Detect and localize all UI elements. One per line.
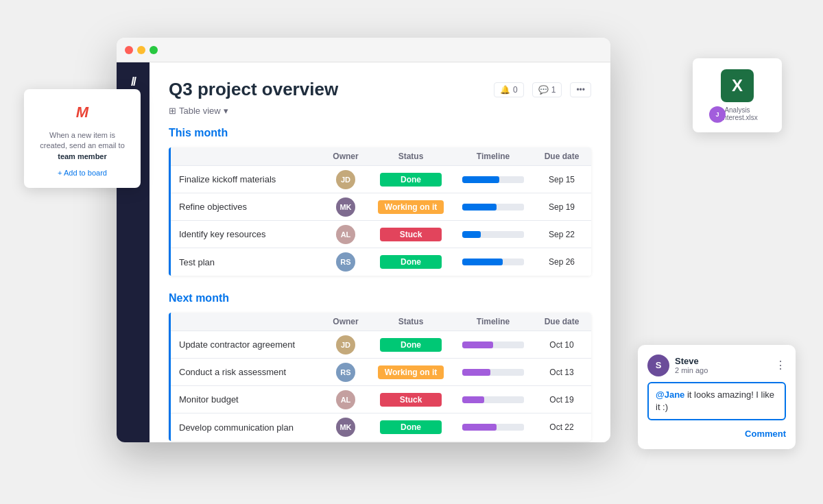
minimize-button[interactable] [137, 46, 145, 54]
comments-button[interactable]: 💬 1 [532, 82, 562, 97]
task-name: Identify key resources [171, 229, 322, 239]
status-cell[interactable]: Stuck [370, 228, 452, 241]
timeline-bar-container [462, 259, 524, 265]
status-badge[interactable]: Stuck [380, 228, 442, 241]
task-name: Conduct a risk assessment [171, 367, 322, 377]
comment-action: Comment [647, 427, 786, 440]
maximize-button[interactable] [150, 46, 158, 54]
browser-titlebar [117, 38, 610, 62]
comment-time: 2 min ago [675, 366, 770, 374]
add-to-board-link[interactable]: + Add to board [35, 169, 130, 177]
priority-cell: ★★★★★ [589, 339, 591, 350]
this-month-title: This month [169, 127, 591, 139]
comment-more-menu[interactable]: ⋮ [775, 359, 786, 372]
timeline-bar [462, 341, 493, 348]
table-row[interactable]: Conduct a risk assessment RS Working on … [171, 359, 591, 386]
status-badge[interactable]: Done [380, 420, 442, 434]
timeline-bar [462, 396, 484, 403]
col-duedate: Due date [534, 152, 589, 161]
status-badge[interactable]: Done [380, 173, 442, 187]
timeline-cell [452, 231, 534, 238]
table-row[interactable]: Finalize kickoff materials JD Done Sep 1… [171, 166, 591, 193]
col-owner: Owner [322, 152, 370, 161]
timeline-cell [452, 396, 534, 403]
col-timeline: Timeline [452, 152, 534, 161]
gmail-icon: M [70, 100, 95, 125]
table-row[interactable]: Identify key resources AL Stuck Sep 22 ★… [171, 221, 591, 248]
priority-cell: ★★★★★ [589, 367, 591, 378]
status-badge[interactable]: Done [380, 255, 442, 269]
reactions-button[interactable]: 🔔 0 [494, 82, 524, 97]
status-badge[interactable]: Done [380, 338, 442, 352]
task-name: Refine objectives [171, 202, 322, 212]
comment-icon: 💬 [538, 85, 549, 95]
owner-cell: MK [322, 418, 370, 437]
task-name: Update contractor agreement [171, 339, 322, 350]
status-cell[interactable]: Done [370, 338, 452, 352]
owner-cell: JD [322, 335, 370, 355]
col-status: Status [370, 152, 452, 161]
task-name: Monitor budget [171, 394, 322, 405]
excel-file-row: J Analysis Pinterest.xlsx [704, 106, 771, 121]
timeline-bar [462, 369, 490, 376]
table-row[interactable]: Monitor budget AL Stuck Oct 19 ★★★★★ [171, 386, 591, 413]
this-month-table: Owner Status Timeline Due date Priority … [169, 147, 591, 276]
due-date-cell: Sep 22 [534, 230, 589, 239]
avatar: JD [336, 335, 355, 355]
monday-logo-text: // [131, 75, 135, 89]
col-duedate-2: Due date [534, 317, 589, 326]
table-row[interactable]: Test plan RS Done Sep 26 ★★★★★ [171, 248, 591, 276]
priority-cell: ★★★★★ [589, 394, 591, 405]
main-content: Q3 project overview 🔔 0 💬 1 ••• ⊞ Table [150, 62, 610, 442]
status-cell[interactable]: Stuck [370, 393, 452, 407]
timeline-cell [452, 204, 534, 211]
status-badge[interactable]: Working on it [378, 365, 444, 379]
status-cell[interactable]: Done [370, 173, 452, 187]
status-cell[interactable]: Working on it [370, 365, 452, 379]
next-month-rows: Update contractor agreement JD Done Oct … [171, 331, 591, 441]
owner-cell: RS [322, 252, 370, 272]
close-button[interactable] [125, 46, 133, 54]
more-options-button[interactable]: ••• [570, 82, 591, 97]
status-cell[interactable]: Working on it [370, 200, 452, 214]
status-cell[interactable]: Done [370, 420, 452, 434]
comment-widget: S Steve 2 min ago ⋮ @Jane it looks amazi… [638, 345, 796, 449]
owner-cell: RS [322, 363, 370, 382]
due-date-cell: Sep 15 [534, 175, 589, 184]
page-header: Q3 project overview 🔔 0 💬 1 ••• [169, 79, 591, 100]
col-priority-2: Priority [589, 317, 591, 326]
timeline-cell [452, 369, 534, 376]
col-task-2 [171, 317, 322, 326]
col-priority: Priority [589, 152, 591, 161]
this-month-section: This month Owner Status Timeline Due dat… [169, 127, 591, 276]
priority-cell: ★★★★★ [589, 174, 591, 185]
gmail-description: When a new item is created, send an emai… [35, 130, 130, 162]
due-date-cell: Sep 26 [534, 257, 589, 267]
due-date-cell: Oct 13 [534, 368, 589, 377]
status-cell[interactable]: Done [370, 255, 452, 269]
table-row[interactable]: Update contractor agreement JD Done Oct … [171, 331, 591, 359]
table-row[interactable]: Refine objectives MK Working on it Sep 1… [171, 193, 591, 221]
view-selector[interactable]: ⊞ Table view ▾ [169, 106, 591, 116]
this-month-rows: Finalize kickoff materials JD Done Sep 1… [171, 166, 591, 276]
header-actions: 🔔 0 💬 1 ••• [494, 82, 591, 97]
task-name: Test plan [171, 257, 322, 267]
priority-cell: ★★★★★ [589, 256, 591, 267]
avatar: RS [336, 252, 355, 272]
status-badge[interactable]: Stuck [380, 393, 442, 407]
owner-cell: MK [322, 197, 370, 217]
comment-author-info: Steve 2 min ago [675, 356, 770, 374]
gmail-widget: M When a new item is created, send an em… [24, 89, 141, 188]
page-title: Q3 project overview [169, 79, 338, 100]
timeline-bar [462, 204, 497, 211]
due-date-cell: Oct 19 [534, 395, 589, 405]
next-month-section: Next month Owner Status Timeline Due dat… [169, 292, 591, 441]
comment-button[interactable]: Comment [745, 429, 786, 439]
status-badge[interactable]: Working on it [378, 200, 444, 214]
avatar: AL [336, 225, 355, 244]
due-date-cell: Oct 10 [534, 340, 589, 350]
table-row[interactable]: Develop communication plan MK Done Oct 2… [171, 413, 591, 441]
avatar: AL [336, 390, 355, 409]
app-layout: // ? [117, 62, 610, 442]
comment-body: @Jane it looks amazing! I like it :) [647, 382, 786, 420]
